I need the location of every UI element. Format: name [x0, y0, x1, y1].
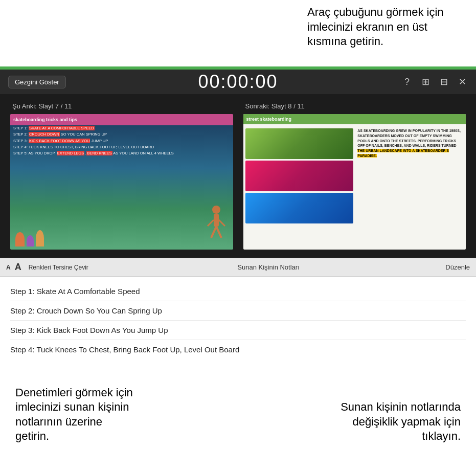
- notes-edit-button[interactable]: Düzenle: [445, 263, 470, 271]
- presenter-toolbar: Gezgini Göster 00:00:00 ? ⊞ ⊟ ✕: [0, 70, 476, 94]
- toolbar-left: Gezgini Göster: [8, 76, 66, 88]
- next-slide-container: street skateboarding AS SKATEBOARDING GR…: [243, 114, 466, 250]
- toolbar-right: ? ⊞ ⊟ ✕: [401, 76, 468, 87]
- notes-toolbar: A A Renkleri Tersine Çevir Sunan Kişinin…: [0, 258, 476, 277]
- slide-steps-list: STEP 1: SKATE AT A COMFORTABLE SPEED STE…: [10, 124, 233, 158]
- next-slide-bar: street skateboarding: [243, 114, 466, 124]
- show-navigator-button[interactable]: Gezgini Göster: [8, 76, 66, 88]
- notes-step-2: Step 2: Crouch Down So You Can Spring Up: [10, 301, 466, 321]
- next-slide-section: Sonraki: Slayt 8 / 11 street skateboardi…: [243, 102, 466, 250]
- slide-step-4: STEP 4: TUCK KNEES TO CHEST, BRING BACK …: [13, 144, 230, 150]
- notes-step-4: Step 4: Tuck Knees To Chest, Bring Back …: [10, 340, 466, 359]
- svg-rect-1: [214, 214, 219, 227]
- svg-line-4: [208, 220, 214, 226]
- next-slide-text: AS SKATEBOARDING GREW IN POPULARITY IN T…: [355, 116, 464, 248]
- next-slide-inner: street skateboarding AS SKATEBOARDING GR…: [243, 114, 466, 250]
- invert-colors-button[interactable]: Renkleri Tersine Çevir: [26, 263, 92, 272]
- current-slide-inner: skateboarding tricks and tips HOW TO DO …: [10, 114, 233, 250]
- font-small-button[interactable]: A: [6, 264, 11, 271]
- bottom-right-label: Sunan kişinin notlarında değişiklik yapm…: [341, 400, 461, 442]
- notes-step-3: Step 3: Kick Back Foot Down As You Jump …: [10, 321, 466, 340]
- svg-line-3: [216, 227, 221, 238]
- slides-area: Şu Anki: Slayt 7 / 11 skateboarding tric…: [0, 94, 476, 258]
- top-annotation-label: Araç çubuğunu görmek için imlecinizi ekr…: [307, 6, 444, 48]
- next-photo-1: [245, 128, 354, 159]
- current-slide-section: Şu Anki: Slayt 7 / 11 skateboarding tric…: [10, 102, 233, 250]
- current-slide-container: skateboarding tricks and tips HOW TO DO …: [10, 114, 233, 250]
- figure-1: [15, 232, 25, 246]
- timer-display: 00:00:00: [198, 71, 278, 93]
- slide-figures: [15, 230, 44, 246]
- grid-icon[interactable]: ⊞: [420, 76, 431, 87]
- svg-point-0: [212, 206, 220, 214]
- next-highlight: THE URBAN LANDSCAPE INTO A SKATEBOARDER'…: [357, 149, 449, 158]
- svg-line-2: [211, 227, 216, 238]
- next-slide-category: street skateboarding: [246, 117, 292, 122]
- bottom-left-annotation: Denetimleri görmek için imlecinizi sunan…: [15, 386, 138, 444]
- bottom-left-label: Denetimleri görmek için imlecinizi sunan…: [15, 386, 133, 443]
- slide-step-5: STEP 5: AS YOU DROP, EXTEND LEGS, BEND K…: [13, 150, 230, 156]
- slide-category-bar: skateboarding tricks and tips: [10, 114, 233, 125]
- next-slide-label: Sonraki: Slayt 8 / 11: [243, 102, 305, 110]
- bottom-right-annotation: Sunan kişinin notlarında değişiklik yapm…: [318, 400, 461, 444]
- font-large-button[interactable]: A: [15, 262, 21, 273]
- notes-step-1: Step 1: Skate At A Comfortable Speed: [10, 282, 466, 301]
- help-icon[interactable]: ?: [401, 76, 413, 87]
- slide-step-3: STEP 3: KICK BACK FOOT DOWN AS YOU JUMP …: [13, 138, 230, 144]
- figure-2: [27, 235, 34, 246]
- next-photo-2: [245, 161, 354, 191]
- figure-3: [36, 230, 44, 246]
- notes-panel-title: Sunan Kişinin Notları: [92, 263, 445, 271]
- top-annotation-text: Araç çubuğunu görmek için imlecinizi ekr…: [307, 5, 461, 49]
- notes-toolbar-left: A A Renkleri Tersine Çevir: [6, 262, 92, 273]
- slide-step-1: STEP 1: SKATE AT A COMFORTABLE SPEED: [13, 125, 230, 131]
- skater-figure: [203, 205, 229, 245]
- slide-category-text: skateboarding tricks and tips: [13, 117, 77, 122]
- window-icon[interactable]: ⊟: [438, 76, 449, 87]
- slide-step-2: STEP 2: CROUCH DOWN SO YOU CAN SPRING UP: [13, 131, 230, 137]
- notes-content: Step 1: Skate At A Comfortable Speed Ste…: [0, 277, 476, 364]
- next-photo-3: [245, 193, 354, 223]
- notes-panel: A A Renkleri Tersine Çevir Sunan Kişinin…: [0, 258, 476, 364]
- presenter-window: Gezgini Göster 00:00:00 ? ⊞ ⊟ ✕ Şu Anki:…: [0, 66, 476, 353]
- current-slide-label: Şu Anki: Slayt 7 / 11: [10, 102, 72, 110]
- svg-line-5: [219, 220, 225, 226]
- next-slide-photos: [245, 116, 354, 248]
- close-icon[interactable]: ✕: [457, 76, 468, 87]
